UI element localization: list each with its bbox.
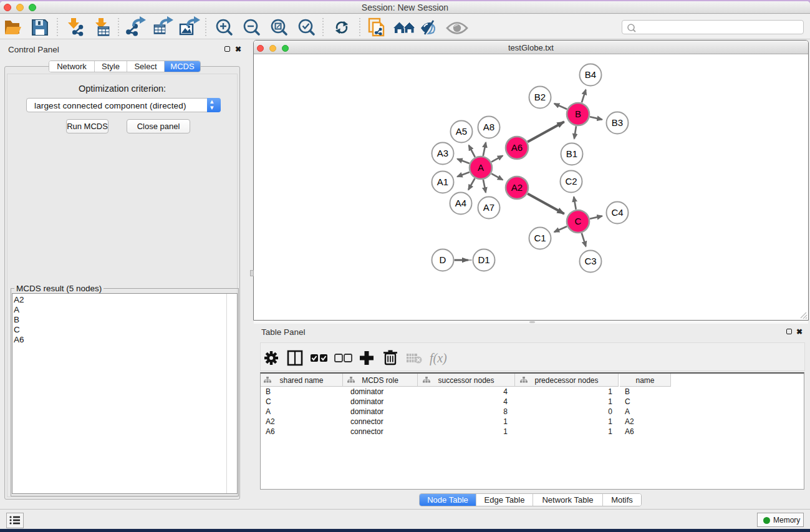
svg-text:C3: C3 <box>584 256 596 266</box>
svg-text:A7: A7 <box>483 202 494 213</box>
svg-text:B1: B1 <box>566 148 577 159</box>
svg-text:B2: B2 <box>534 92 546 102</box>
svg-text:B4: B4 <box>585 69 596 80</box>
svg-text:A6: A6 <box>511 142 523 153</box>
svg-text:A5: A5 <box>456 126 467 137</box>
svg-text:f(x): f(x) <box>430 351 447 365</box>
svg-text:A3: A3 <box>437 148 448 158</box>
svg-text:A4: A4 <box>455 198 466 208</box>
svg-text:C2: C2 <box>565 176 577 186</box>
svg-text:B: B <box>575 109 581 119</box>
svg-text:A1: A1 <box>437 177 448 187</box>
svg-text:A: A <box>478 162 484 173</box>
svg-text:C4: C4 <box>611 207 623 218</box>
svg-text:C1: C1 <box>534 233 546 243</box>
svg-text:A8: A8 <box>483 122 494 132</box>
svg-text:C: C <box>575 216 582 226</box>
svg-text:D1: D1 <box>478 254 489 265</box>
svg-text:D: D <box>440 254 446 265</box>
svg-text:A2: A2 <box>511 182 523 193</box>
svg-text:B3: B3 <box>612 117 623 128</box>
